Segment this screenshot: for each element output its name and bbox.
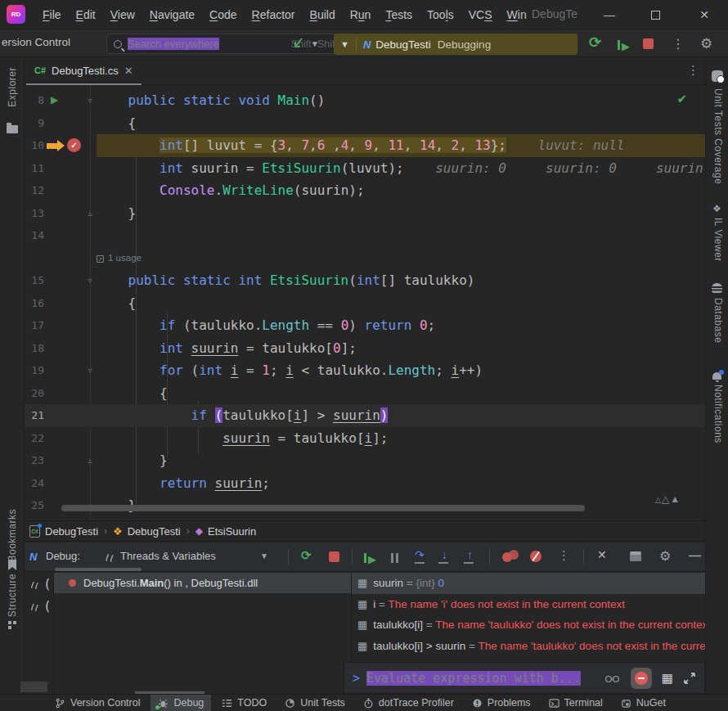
menu-file[interactable]: File [35, 8, 69, 21]
fold-marker-icon[interactable]: ▵ [84, 202, 96, 225]
menu-edit[interactable]: Edit [69, 8, 103, 21]
frame-row-selected[interactable]: DebugTesti.Main() in , DebugTesti.dll [54, 573, 351, 593]
stop-button[interactable] [643, 38, 654, 49]
status-tool-button-dottrace-profiler[interactable]: dotTrace Profiler [356, 695, 461, 711]
debug-settings-gear-icon[interactable]: ⚙ [659, 548, 671, 564]
close-button[interactable]: ✕ [685, 0, 723, 29]
structure-icon[interactable] [8, 621, 11, 624]
close-debug-icon[interactable]: ✕ [597, 548, 607, 561]
menu-tests[interactable]: Tests [378, 8, 420, 21]
code-line-15[interactable]: 15▿ public static int EtsiSuurin(int[] t… [25, 269, 705, 292]
menu-win[interactable]: Win [500, 8, 534, 21]
code-line-13[interactable]: 13▵ } [25, 202, 705, 225]
structure-tool-button[interactable]: Structure [7, 574, 18, 617]
bookmark-icon[interactable] [8, 560, 16, 570]
layout-settings-icon[interactable] [630, 551, 641, 561]
editor-options-kebab-icon[interactable]: ⋮ [687, 63, 699, 78]
config-chevron-icon[interactable]: ▼ [340, 39, 349, 49]
il-viewer-icon[interactable]: ❖ [712, 203, 721, 214]
status-tool-button-debug[interactable]: Debug [151, 695, 211, 711]
usage-annotation[interactable]: ↗1 usage [25, 247, 705, 270]
code-line-18[interactable]: 18 int suurin = taulukko[0]; [25, 337, 705, 360]
expand-icon[interactable] [683, 672, 696, 685]
step-over-icon[interactable]: ↷ [415, 548, 425, 561]
threads-column[interactable]: ( ( [25, 573, 54, 694]
database-tool-button[interactable]: Database [712, 298, 724, 343]
code-line-23[interactable]: 23▵ } [25, 449, 705, 472]
variable-row[interactable]: ▦taulukko[i] > suurin = The name 'tauluk… [352, 636, 705, 657]
explorer-tool-button[interactable]: Explorer [7, 67, 18, 107]
fold-marker-icon[interactable]: ▿ [84, 359, 96, 382]
notifications-tool-button[interactable]: Notifications [712, 385, 724, 443]
view-selector-chevron-icon[interactable]: ▼ [260, 551, 268, 560]
thread-item[interactable]: ( [25, 595, 53, 617]
menu-build[interactable]: Build [303, 8, 343, 21]
update-project-icon[interactable] [290, 36, 307, 52]
run-method-icon[interactable]: ▶ [51, 89, 58, 112]
more-debug-actions-icon[interactable]: ⋮ [558, 548, 570, 563]
status-tool-button-terminal[interactable]: Terminal [542, 695, 610, 711]
pause-program-icon[interactable] [391, 551, 401, 566]
status-tool-button-version-control[interactable]: Version Control [47, 695, 147, 711]
fold-marker-icon[interactable]: ▵ [84, 449, 96, 472]
resume-program-icon[interactable]: ▶ [364, 551, 376, 566]
stop-debug-icon[interactable] [329, 551, 339, 562]
more-actions-icon[interactable]: ⋮ [672, 36, 685, 52]
code-line-10[interactable]: 10✓ int[] luvut = {3, 7,6 ,4, 9, 11, 14,… [25, 134, 705, 157]
unit-tests-coverage-icon[interactable] [712, 70, 723, 82]
fold-marker-icon[interactable]: ▿ [84, 269, 96, 292]
code-line-24[interactable]: 24 return suurin; [25, 472, 705, 495]
menu-tools[interactable]: Tools [420, 8, 461, 21]
code-line-20[interactable]: 20 { [25, 382, 705, 405]
menu-run[interactable]: Run [343, 8, 379, 21]
frames-horizontal-scrollbar[interactable] [55, 568, 142, 571]
variable-row[interactable]: ▦i = The name 'i' does not exist in the … [352, 594, 705, 615]
rerun-debug-icon[interactable]: ⟳ [301, 548, 312, 563]
menu-view[interactable]: View [103, 8, 142, 21]
variable-row[interactable]: ▦suurin = {int} 0 [352, 573, 705, 594]
step-into-icon[interactable]: ↓ [442, 548, 447, 561]
status-tool-button-unit-tests[interactable]: Unit Tests [277, 695, 353, 711]
tab-close-icon[interactable]: ✕ [124, 65, 133, 77]
code-line-9[interactable]: 9 { [25, 112, 705, 135]
code-editor[interactable]: 8▶▿ public static void Main()9 {10✓ int[… [25, 85, 705, 520]
mute-breakpoints-toggle[interactable] [631, 668, 652, 689]
run-configuration-widget[interactable]: ▼ N DebugTesti Debugging [334, 34, 577, 55]
code-line-14[interactable]: 14 [25, 224, 705, 247]
fold-marker-icon[interactable]: ▿ [84, 89, 96, 112]
code-line-12[interactable]: 12 Console.WriteLine(suurin); [25, 179, 705, 202]
hide-debug-icon[interactable]: — [689, 548, 701, 562]
database-icon[interactable] [712, 283, 722, 293]
notifications-bell-icon[interactable] [712, 372, 721, 380]
glasses-watch-icon[interactable] [604, 673, 621, 684]
variable-row[interactable]: ▦taulukko[i] = The name 'taulukko' does … [352, 614, 705, 636]
code-line-19[interactable]: 19▿ for (int i = 1; i < taulukko.Length;… [25, 359, 705, 382]
menu-refactor[interactable]: Refactor [245, 8, 303, 21]
search-everywhere-box[interactable]: Search everywhere Shift+Shift [106, 34, 345, 54]
minimize-button[interactable]: — [591, 0, 628, 29]
status-tool-button-nuget[interactable]: NuGet [613, 695, 673, 711]
il-viewer-tool-button[interactable]: IL Viewer [712, 218, 724, 262]
code-line-22[interactable]: 22 suurin = taulukko[i]; [25, 427, 705, 450]
vcs-widget[interactable]: ersion Control [2, 36, 70, 48]
settings-gear-icon[interactable]: ⚙ [700, 35, 712, 52]
rerun-button[interactable]: ⟳ [589, 34, 601, 52]
editor-horizontal-scrollbar[interactable] [61, 505, 585, 511]
breadcrumb-method[interactable]: ◆ EtsiSuurin [195, 525, 256, 538]
code-line-11[interactable]: 11 int suurin = EtsiSuurin(luvut); suuri… [25, 157, 705, 180]
menu-navigate[interactable]: Navigate [142, 8, 202, 21]
inspections-ok-icon[interactable]: ✔ [676, 92, 687, 106]
usage-icon[interactable]: ↗ [97, 255, 104, 263]
step-out-icon[interactable]: ↑ [467, 548, 473, 561]
breadcrumb-class[interactable]: ❖ DebugTesti [113, 525, 181, 538]
bookmarks-tool-button[interactable]: Bookmarks [7, 509, 18, 562]
tab-debugtesti[interactable]: C# DebugTesti.cs ✕ [26, 57, 142, 85]
status-tool-button-problems[interactable]: Problems [465, 695, 538, 711]
threads-scrollbar[interactable] [20, 682, 47, 692]
menu-vcs[interactable]: VCS [461, 8, 500, 21]
evaluate-grid-icon[interactable]: ▦ [662, 671, 673, 686]
evaluate-expression-bar[interactable]: > Evaluate expression with b... ▦ [344, 662, 705, 694]
unit-tests-coverage-tool-button[interactable]: Unit Tests Coverage [712, 88, 724, 184]
update-dropdown-icon[interactable]: ▼ [311, 39, 319, 48]
resume-button[interactable]: ▶ [618, 38, 630, 53]
